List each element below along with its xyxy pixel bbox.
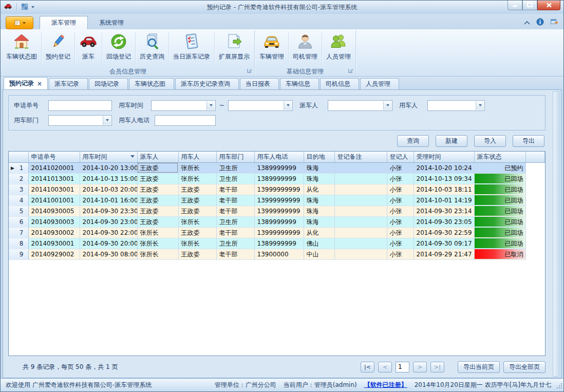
document-tab[interactable]: 回场记录	[89, 78, 128, 89]
cell-use-time[interactable]: 2014-09-30 22:00	[80, 227, 137, 238]
create-button[interactable]: 新建	[436, 135, 467, 147]
cell-dispatcher[interactable]: 王政委	[137, 206, 178, 216]
row-number[interactable]: 1	[9, 162, 28, 173]
export-all-pages-button[interactable]: 导出全部页	[503, 361, 546, 373]
title-bar[interactable]: 预约记录 - 广州爱奇迪软件科技有限公司-派车管理系统	[1, 1, 563, 14]
cell-remark[interactable]	[334, 227, 387, 238]
grid-layout-icon[interactable]	[21, 3, 28, 12]
row-number[interactable]: 7	[9, 227, 28, 238]
table-row[interactable]: 7 20140930002 2014-09-30 22:00 张所长 王政委 老…	[9, 227, 545, 238]
order-no-input[interactable]	[48, 100, 112, 111]
cell-remark[interactable]	[334, 184, 387, 195]
table-row[interactable]: 2 20141013001 2014-10-13 15:00 王政委 张所长 卫…	[9, 173, 545, 184]
cell-dispatch-status[interactable]: 已预约	[474, 162, 525, 173]
cell-dispatch-status[interactable]: 已回场	[474, 173, 525, 184]
cell-dispatch-status[interactable]: 已回场	[474, 216, 525, 227]
document-tab[interactable]: 派车历史记录查询	[175, 78, 239, 89]
return-register-button[interactable]: 回场登记	[102, 30, 135, 67]
cell-phone[interactable]: 13999999999	[254, 195, 304, 206]
col-accept-time[interactable]: 受理时间	[413, 152, 474, 162]
cell-accept-time[interactable]: 2014-09-30 23:14	[413, 206, 474, 216]
col-user[interactable]: 用车人	[178, 152, 216, 162]
cell-user[interactable]: 张所长	[178, 238, 216, 249]
cell-dispatcher[interactable]: 王政委	[137, 184, 178, 195]
cell-dept[interactable]: 卫生所	[216, 238, 254, 249]
document-tab[interactable]: 人员管理	[360, 78, 399, 89]
minimize-button[interactable]	[507, 1, 522, 10]
document-tab[interactable]: 当日报表	[240, 78, 279, 89]
use-time-from-combo[interactable]	[151, 100, 216, 111]
cell-dept[interactable]: 卫生所	[216, 162, 254, 173]
cell-registrar[interactable]: 小张	[387, 206, 413, 216]
cell-dispatcher[interactable]: 王政委	[137, 195, 178, 206]
maximize-button[interactable]	[522, 1, 537, 10]
cell-destination[interactable]: 中山	[304, 249, 334, 259]
page-number-input[interactable]	[396, 362, 409, 372]
cell-registrar[interactable]: 小张	[387, 238, 413, 249]
cell-registrar[interactable]: 小张	[387, 195, 413, 206]
history-query-button[interactable]: 历史查询	[136, 30, 168, 67]
table-row[interactable]: 5 20140930005 2014-09-30 23:30 王政委 王政委 老…	[9, 206, 545, 216]
cell-dispatch-status[interactable]: 已回场	[474, 238, 525, 249]
col-use-time[interactable]: 用车时间	[80, 152, 137, 162]
cell-dept[interactable]: 老干部	[216, 206, 254, 216]
cell-dispatch-status[interactable]: 已回场	[474, 206, 525, 216]
cell-remark[interactable]	[334, 162, 387, 173]
cell-accept-time[interactable]: 2014-09-29 21:47	[413, 249, 474, 259]
quick-access-dropdown-icon[interactable]	[31, 6, 34, 8]
previous-page-button[interactable]: <	[378, 362, 392, 372]
cell-registrar[interactable]: 小张	[387, 227, 413, 238]
row-number[interactable]: 4	[9, 195, 28, 206]
cell-use-time[interactable]: 2014-10-01 16:00	[80, 195, 137, 206]
dialog-launcher-icon[interactable]	[247, 67, 252, 74]
row-number[interactable]: 2	[9, 173, 28, 184]
cell-use-time[interactable]: 2014-09-30 23:00	[80, 216, 137, 227]
cell-use-time[interactable]: 2014-10-03 20:00	[80, 184, 137, 195]
cell-dept[interactable]: 老干部	[216, 227, 254, 238]
col-remark[interactable]: 登记备注	[334, 152, 387, 162]
cell-phone[interactable]: 13999999999	[254, 227, 304, 238]
extended-screen-button[interactable]: 扩展屏显示	[215, 30, 254, 67]
resize-grip[interactable]	[556, 383, 562, 390]
cell-destination[interactable]: 佛山	[304, 238, 334, 249]
row-number[interactable]: 5	[9, 206, 28, 216]
cell-dispatch-status[interactable]: 已取消	[474, 249, 525, 259]
collapse-ribbon-icon[interactable]	[524, 19, 530, 26]
cell-registrar[interactable]: 小张	[387, 162, 413, 173]
dept-combo[interactable]	[48, 115, 112, 126]
cell-user[interactable]: 张所长	[178, 173, 216, 184]
cell-dispatcher[interactable]: 张所长	[137, 249, 178, 259]
table-row[interactable]: 9 20140929002 2014-09-30 08:00 张所长 王政委 老…	[9, 249, 545, 259]
cell-user[interactable]: 王政委	[178, 195, 216, 206]
cell-dept[interactable]: 卫生所	[216, 216, 254, 227]
table-row[interactable]: 1 20141020001 2014-10-20 13:00 王政委 张所长 卫…	[9, 162, 545, 173]
cell-order-no[interactable]: 20140930003	[28, 216, 80, 227]
cell-accept-time[interactable]: 2014-10-01 14:19	[413, 195, 474, 206]
cell-accept-time[interactable]: 2014-10-13 09:34	[413, 173, 474, 184]
next-page-button[interactable]: >	[413, 362, 427, 372]
cell-order-no[interactable]: 20140930005	[28, 206, 80, 216]
cell-destination[interactable]: 从化	[304, 184, 334, 195]
cell-remark[interactable]	[334, 249, 387, 259]
col-order-no[interactable]: 申请单号	[28, 152, 80, 162]
driver-management-button[interactable]: 司机管理	[289, 30, 322, 67]
cell-order-no[interactable]: 20141020001	[28, 162, 80, 173]
export-current-page-button[interactable]: 导出当前页	[458, 361, 500, 373]
cell-use-time[interactable]: 2014-09-30 08:00	[80, 249, 137, 259]
table-row[interactable]: 6 20140930003 2014-09-30 23:00 王政委 张所长 卫…	[9, 216, 545, 227]
cell-order-no[interactable]: 20140930001	[28, 238, 80, 249]
cell-remark[interactable]	[334, 216, 387, 227]
cell-accept-time[interactable]: 2014-09-30 23:05	[413, 216, 474, 227]
info-icon[interactable]	[536, 18, 544, 27]
last-page-button[interactable]: >|	[430, 362, 444, 372]
export-button[interactable]: 导出	[513, 135, 544, 147]
cell-accept-time[interactable]: 2014-09-30 09:17	[413, 238, 474, 249]
cell-phone[interactable]: 13900000	[254, 249, 304, 259]
cell-dispatcher[interactable]: 王政委	[137, 162, 178, 173]
row-number[interactable]: 6	[9, 216, 28, 227]
cell-order-no[interactable]: 20141003001	[28, 184, 80, 195]
vertical-scrollbar[interactable]	[553, 91, 559, 377]
cell-remark[interactable]	[334, 173, 387, 184]
dispatcher-combo[interactable]	[328, 100, 392, 111]
cell-remark[interactable]	[334, 195, 387, 206]
